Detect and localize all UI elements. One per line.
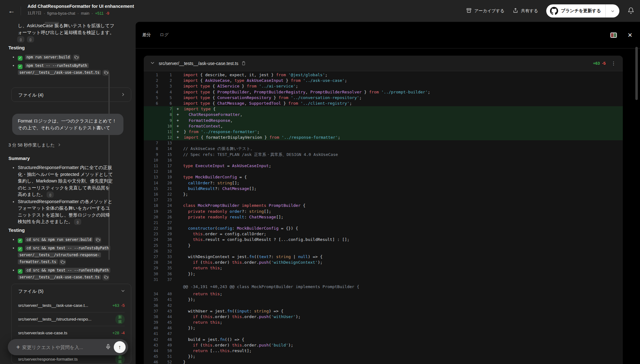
- diff-line-code: buildResult?: ChatMessage[];: [183, 186, 257, 192]
- message-input[interactable]: [22, 345, 105, 350]
- diff-marker: [172, 174, 183, 180]
- diff-gutter: 2733: [144, 254, 172, 260]
- copy-icon: null: [96, 238, 99, 242]
- testing-item: ✓ cd src && npm test -- --runTestsByPath…: [12, 245, 112, 265]
- chevron-down-icon[interactable]: [606, 9, 619, 13]
- close-panel-button[interactable]: ✕: [628, 32, 632, 39]
- diff-marker: [172, 220, 183, 226]
- diff-gutter: 8: [144, 112, 172, 117]
- copy-command-button[interactable]: null: [102, 274, 109, 281]
- code-reference-icon[interactable]: {}: [74, 219, 81, 225]
- copy-command-button[interactable]: null: [72, 54, 80, 61]
- diff-hunk-header: @@ -34,191 +40,243 @@ class MockPromptBu…: [144, 284, 623, 290]
- kebab-menu-button[interactable]: ⋮: [611, 61, 616, 66]
- files-expanded-toggle[interactable]: ファイル (5): [12, 284, 131, 298]
- tab-差分[interactable]: 差分: [142, 32, 151, 38]
- diff-line-body: [172, 248, 623, 254]
- new-line-number: 37: [158, 277, 172, 282]
- code-reference-icon[interactable]: {}: [27, 36, 34, 42]
- diff-gutter: 915: [144, 152, 172, 157]
- send-button[interactable]: ↑: [114, 341, 126, 353]
- file-stats: +63-5: [112, 303, 125, 308]
- code-reference-chips: {} {}: [17, 36, 34, 42]
- notifications-button[interactable]: [628, 7, 634, 15]
- diff-line: 4551 });: [144, 354, 623, 359]
- copy-command-button[interactable]: null: [59, 259, 66, 265]
- diff-gutter: 2834: [144, 260, 172, 265]
- files-collapsed-toggle[interactable]: ファイル (4): [12, 88, 131, 102]
- copy-path-button[interactable]: [241, 61, 246, 66]
- diff-gutter: 2531: [144, 243, 172, 248]
- diff-line-body: // AskUseCase の振る舞いテスト。: [172, 146, 623, 152]
- old-line-number: 11: [144, 163, 158, 169]
- new-line-number: 16: [158, 157, 172, 163]
- diff-marker: [172, 342, 183, 348]
- branch-name: main: [81, 11, 89, 16]
- diff-gutter: 1622: [144, 192, 172, 197]
- diff-line-code: if (this.order) this.order.push('withUse…: [183, 314, 301, 320]
- copy-icon: null: [104, 276, 108, 279]
- github-icon: [550, 7, 558, 15]
- summary-bullet: StructuredResponseFormatter の各メソッドとフォーマッ…: [12, 198, 114, 225]
- assistant-message-text: し、AskUseCase 振る舞いテストを拡張してフォーマット呼び出しと返却構造…: [18, 22, 115, 36]
- topbar-actions: アーカイブする 共有する ブランチを更新する: [466, 0, 634, 22]
- attach-button[interactable]: +: [14, 343, 22, 351]
- check-icon: ✓: [18, 56, 22, 61]
- split-diff-toggle[interactable]: [610, 32, 617, 38]
- diff-line-body: [172, 197, 623, 203]
- new-line-number: 22: [158, 192, 172, 197]
- diff-marker: [172, 89, 183, 95]
- file-row[interactable]: src/server/ask-use-case.ts+28-4: [18, 326, 125, 340]
- work-duration-toggle[interactable]: 3 分 58 秒作業しました: [8, 142, 61, 148]
- check-icon: ✓: [18, 64, 22, 69]
- back-button[interactable]: ←: [7, 6, 16, 16]
- archive-button[interactable]: アーカイブする: [466, 7, 504, 14]
- old-line-number: [144, 106, 158, 112]
- code-reference-icon[interactable]: {}: [47, 192, 54, 198]
- diff-marker: [172, 303, 183, 308]
- diff-line: 2834 if (this.order) this.order.push('wi…: [144, 260, 623, 265]
- diff-gutter: 66: [144, 101, 172, 106]
- diff-marker: [172, 180, 183, 186]
- diff-gutter: 22: [144, 78, 172, 83]
- old-line-number: 14: [144, 180, 158, 186]
- new-line-number: 49: [158, 342, 172, 348]
- diff-line-body: type ExecuteInput = AskUseCaseInput;: [172, 163, 623, 169]
- header-divider: [136, 48, 640, 48]
- diff-marker: [172, 140, 183, 146]
- file-deletions: -5: [121, 303, 125, 308]
- diff-line-code: if (this.order) this.order.push('withDes…: [183, 260, 322, 265]
- diff-line: 3541 });: [144, 297, 623, 302]
- collapse-chevron-icon[interactable]: [150, 60, 155, 67]
- diff-line: 2329 this.order = config.callOrder;: [144, 231, 623, 237]
- diff-line-body: +import type {: [172, 106, 623, 112]
- mic-button[interactable]: [105, 344, 111, 351]
- tab-ログ[interactable]: ログ: [160, 32, 169, 38]
- diff-line-body: import type { ConversationRepository } f…: [172, 95, 623, 101]
- diff-line: 2531 }: [144, 243, 623, 248]
- share-button[interactable]: 共有する: [512, 7, 538, 14]
- diff-line: 713: [144, 140, 623, 146]
- old-line-number: [144, 118, 158, 123]
- diff-line-body: [172, 157, 623, 163]
- old-line-number: 42: [144, 337, 158, 342]
- meta-separator: ·: [92, 11, 93, 16]
- diff-line-body: buildResult?: ChatMessage[];: [172, 186, 623, 192]
- old-line-number: [144, 112, 158, 117]
- update-branch-button[interactable]: ブランチを更新する: [546, 4, 619, 17]
- page-title: Add ChatResponseFormatter for UI enhance…: [28, 4, 134, 9]
- new-line-number: 32: [158, 248, 172, 254]
- new-line-number: 10: [158, 123, 172, 129]
- file-row[interactable]: src/server/__tests__/structured-respo...…: [18, 312, 125, 326]
- copy-command-button[interactable]: null: [94, 237, 101, 243]
- topbar-divider: [21, 7, 21, 15]
- new-line-number: 51: [158, 354, 172, 359]
- new-line-number: 14: [158, 146, 172, 152]
- diff-marker: [172, 237, 183, 242]
- copy-command-button[interactable]: null: [102, 70, 109, 76]
- main-scrollbar[interactable]: [635, 47, 638, 100]
- new-line-number: 18: [158, 169, 172, 174]
- file-row[interactable]: src/server/__tests__/ask-use-case.t...+6…: [18, 298, 125, 312]
- code-reference-icon[interactable]: {}: [17, 36, 24, 42]
- new-line-number: 30: [158, 237, 172, 242]
